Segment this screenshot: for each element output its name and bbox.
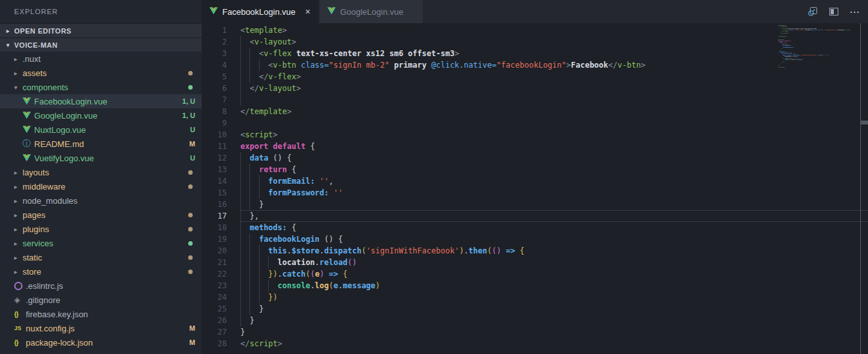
- tree-item-static[interactable]: ▸static: [0, 250, 202, 264]
- section-open-editors[interactable]: ▸OPEN EDITORS: [0, 23, 202, 37]
- file-name: VuetifyLogo.vue: [34, 153, 94, 163]
- tree-item-components[interactable]: ▾components: [0, 80, 202, 94]
- code-line[interactable]: 15 formPassword: '': [202, 187, 868, 199]
- code-line[interactable]: 14 formEmail: '',: [202, 175, 868, 187]
- indent-guide: [240, 152, 241, 164]
- file-name: assets: [23, 68, 47, 78]
- code-line[interactable]: 13 return {: [202, 164, 868, 175]
- line-content: }: [240, 315, 868, 326]
- tree-item-layouts[interactable]: ▸layouts: [0, 165, 202, 179]
- tree-item-pages[interactable]: ▸pages: [0, 208, 202, 222]
- tree-item-nuxt[interactable]: ▸.nuxt: [0, 52, 202, 66]
- chevron-right-icon: ▸: [14, 226, 23, 233]
- code-line[interactable]: 3 <v-flex text-xs-center xs12 sm6 offset…: [202, 48, 868, 59]
- code-line[interactable]: 5 </v-flex>: [202, 71, 868, 83]
- indent-guide: [240, 233, 241, 245]
- code-line[interactable]: 23 console.log(e.message): [202, 280, 868, 291]
- git-status-badge: M: [189, 140, 195, 148]
- tab-facebooklogin-vue[interactable]: FacebookLogin.vue×: [202, 0, 318, 23]
- line-content: this.$store.dispatch('signInWithFacebook…: [240, 245, 868, 257]
- close-icon[interactable]: ×: [305, 7, 310, 16]
- tree-item-services[interactable]: ▸services: [0, 236, 202, 250]
- code-line[interactable]: 28</script>: [202, 338, 868, 349]
- git-status-badge: M: [189, 324, 195, 332]
- code-line[interactable]: 9: [202, 117, 868, 129]
- indent-guide: [240, 59, 241, 71]
- indent-guide: [249, 233, 250, 245]
- chevron-right-icon: ▸: [14, 268, 23, 275]
- split-editor-icon[interactable]: [828, 6, 840, 17]
- tree-item-nuxt-config-js[interactable]: JSnuxt.config.jsM: [0, 321, 202, 335]
- tree-item-package-lock-json[interactable]: {}package-lock.jsonM: [0, 335, 202, 349]
- code-line[interactable]: 17 },: [202, 210, 868, 222]
- line-number: 17: [202, 210, 240, 222]
- code-line[interactable]: 19 facebookLogin () {: [202, 233, 868, 245]
- tree-item-readme-md[interactable]: ⓘREADME.mdM: [0, 137, 202, 151]
- file-tree: ▸.nuxt▸assets▾componentsFacebookLogin.vu…: [0, 52, 202, 349]
- file-name: store: [23, 267, 41, 277]
- code-line[interactable]: 22 }).catch((e) => {: [202, 268, 868, 280]
- code-line[interactable]: 2 <v-layout>: [202, 36, 868, 48]
- code-line[interactable]: 6 </v-layout>: [202, 83, 868, 94]
- code-line[interactable]: 26 }: [202, 315, 868, 326]
- code-line[interactable]: 24 }): [202, 291, 868, 303]
- line-content: </template>: [240, 106, 868, 117]
- git-status-dot: [188, 255, 193, 260]
- code-line[interactable]: 21 location.reload(): [202, 257, 868, 268]
- open-preview-icon[interactable]: [807, 6, 818, 17]
- code-line[interactable]: 10<script>: [202, 129, 868, 141]
- indent-guide: [240, 291, 241, 303]
- git-status-dot: [188, 270, 193, 274]
- tree-item-plugins[interactable]: ▸plugins: [0, 222, 202, 236]
- line-number: 22: [202, 268, 240, 280]
- line-content: formEmail: '',: [240, 175, 868, 187]
- indent-guide: [240, 48, 241, 59]
- git-status-dot: [188, 170, 193, 175]
- line-content: }: [240, 326, 868, 338]
- code-line[interactable]: 8</template>: [202, 106, 868, 117]
- tree-item-middleware[interactable]: ▸middleware: [0, 179, 202, 193]
- tree-item-vuetifylogo-vue[interactable]: VuetifyLogo.vueU: [0, 151, 202, 165]
- line-content: }: [240, 303, 868, 315]
- code-line[interactable]: 12 data () {: [202, 152, 868, 164]
- section-voice-man[interactable]: ▾VOICE-MAN: [0, 37, 202, 52]
- vue-file-icon: [23, 126, 34, 133]
- file-name: plugins: [23, 224, 49, 234]
- code-line[interactable]: 20 this.$store.dispatch('signInWithFaceb…: [202, 245, 868, 257]
- tree-item-store[interactable]: ▸store: [0, 264, 202, 279]
- eslint-file-icon: [14, 282, 26, 290]
- tree-item-assets[interactable]: ▸assets: [0, 66, 202, 80]
- tree-item-googlelogin-vue[interactable]: GoogleLogin.vue1, U: [0, 108, 202, 123]
- line-content: </v-layout>: [240, 83, 868, 94]
- code-line[interactable]: 27}: [202, 326, 868, 338]
- code-line[interactable]: 7: [202, 94, 868, 106]
- tree-item-firebase-key-json[interactable]: {}firebase.key.json: [0, 307, 202, 321]
- code-lines: 1<template>2 <v-layout>3 <v-flex text-xs…: [202, 25, 868, 349]
- indent-guide: [259, 257, 260, 268]
- line-number: 10: [202, 129, 240, 141]
- tree-item-node-modules[interactable]: ▸node_modules: [0, 193, 202, 208]
- line-content: }: [240, 199, 868, 210]
- more-actions-icon[interactable]: ⋯: [849, 6, 860, 18]
- code-line[interactable]: 18 methods: {: [202, 222, 868, 233]
- code-line[interactable]: 1<template>: [202, 25, 868, 36]
- code-line[interactable]: 4 <v-btn class="signIn mb-2" primary @cl…: [202, 59, 868, 71]
- tree-item-eslintrc-js[interactable]: .eslintrc.js: [0, 279, 202, 293]
- line-number: 27: [202, 326, 240, 338]
- line-number: 12: [202, 152, 240, 164]
- code-line[interactable]: 16 }: [202, 199, 868, 210]
- line-content: <template>: [240, 25, 868, 36]
- code-editor[interactable]: 1<template>2 <v-layout>3 <v-flex text-xs…: [202, 23, 868, 354]
- indent-guide: [249, 187, 250, 199]
- json-file-icon: {}: [14, 339, 26, 346]
- code-line[interactable]: 11export default {: [202, 141, 868, 152]
- tab-googlelogin-vue[interactable]: GoogleLogin.vue: [320, 0, 423, 23]
- line-content: [240, 94, 868, 106]
- explorer-sections: ▸OPEN EDITORS▾VOICE-MAN: [0, 23, 202, 52]
- tree-item-nuxtlogo-vue[interactable]: NuxtLogo.vueU: [0, 123, 202, 137]
- overview-ruler: [860, 23, 861, 354]
- code-line[interactable]: 25 }: [202, 303, 868, 315]
- tree-item-facebooklogin-vue[interactable]: FacebookLogin.vue1, U: [0, 94, 202, 108]
- line-number: 15: [202, 187, 240, 199]
- tree-item-gitignore[interactable]: ◈.gitignore: [0, 293, 202, 307]
